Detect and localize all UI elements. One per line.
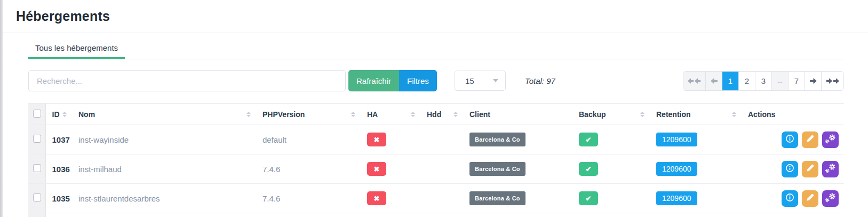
- page-header: Hébergements: [0, 0, 868, 33]
- info-icon: [785, 134, 794, 145]
- chevron-down-icon: [493, 79, 498, 82]
- pencil-icon: [806, 135, 814, 144]
- edit-button[interactable]: [802, 161, 818, 177]
- client-badge: Barcelona & Co: [469, 162, 525, 176]
- column-header-hdd[interactable]: Hdd: [427, 110, 441, 119]
- row-checkbox[interactable]: [33, 164, 41, 172]
- table-row: 1037 inst-wayinside default ✖ Barcelona …: [28, 125, 844, 154]
- toolbar: Rafraîchir Filtres 15 Total: 97 1 2 3 ..…: [28, 70, 844, 91]
- column-header-id[interactable]: ID: [52, 110, 60, 119]
- cell-hdd: [420, 125, 463, 154]
- search-input[interactable]: [28, 70, 346, 91]
- column-header-nom[interactable]: Nom: [78, 110, 95, 119]
- refresh-button[interactable]: Rafraîchir: [348, 70, 399, 91]
- services-button[interactable]: [822, 161, 839, 177]
- page-size-select[interactable]: 15: [455, 71, 506, 91]
- pagination-page-2[interactable]: 2: [739, 72, 755, 90]
- pagination-page-1[interactable]: 1: [722, 72, 739, 90]
- ha-disabled-badge: ✖: [367, 191, 386, 205]
- sort-icon[interactable]: [246, 112, 251, 117]
- page-size-value: 15: [465, 76, 474, 86]
- gears-icon: [825, 134, 836, 146]
- edit-button[interactable]: [802, 131, 818, 148]
- cell-id: 1036: [45, 154, 72, 184]
- check-icon: ✔: [586, 136, 592, 144]
- pagination: 1 2 3 ... 7: [683, 71, 844, 91]
- column-header-actions: Actions: [748, 110, 775, 119]
- check-icon: ✔: [586, 165, 592, 173]
- cell-hdd: [420, 154, 463, 184]
- check-icon: ✔: [586, 195, 592, 203]
- x-icon: ✖: [374, 136, 380, 144]
- retention-badge: 1209600: [656, 191, 697, 205]
- pencil-icon: [806, 164, 814, 174]
- pagination-first-button[interactable]: [683, 72, 706, 90]
- row-checkbox[interactable]: [33, 193, 41, 201]
- pagination-last-button[interactable]: [822, 72, 843, 90]
- retention-badge: 1209600: [656, 162, 697, 176]
- sort-icon[interactable]: [640, 112, 644, 117]
- info-button[interactable]: [782, 190, 798, 207]
- cell-phpversion: 7.4.6: [256, 154, 361, 184]
- pagination-page-7[interactable]: 7: [789, 72, 805, 90]
- column-header-retention[interactable]: Retention: [656, 110, 691, 119]
- table-row: 1036 inst-milhaud 7.4.6 ✖ Barcelona & Co…: [28, 154, 844, 184]
- column-header-backup[interactable]: Backup: [579, 110, 606, 119]
- info-button[interactable]: [782, 161, 798, 177]
- column-header-client: Client: [469, 110, 490, 119]
- pagination-ellipsis: ...: [772, 72, 789, 90]
- gears-icon: [825, 163, 836, 175]
- tab-bar: Tous les hébergements: [28, 37, 844, 59]
- sort-icon[interactable]: [351, 112, 355, 117]
- ha-disabled-badge: ✖: [367, 162, 386, 176]
- table-row: 1035 inst-stlaurentdesarbres 7.4.6 ✖ Bar…: [28, 184, 844, 213]
- x-icon: ✖: [374, 195, 380, 203]
- backup-enabled-badge: ✔: [579, 191, 598, 205]
- info-icon: [785, 193, 794, 204]
- tab-all-hostings[interactable]: Tous les hébergements: [28, 37, 125, 59]
- cell-id: 1037: [45, 125, 72, 154]
- row-checkbox[interactable]: [33, 135, 41, 143]
- table-row-partial: [28, 213, 844, 217]
- column-header-phpversion[interactable]: PHPVersion: [262, 110, 305, 119]
- services-button[interactable]: [822, 131, 839, 148]
- cell-id: 1035: [45, 184, 72, 213]
- column-header-ha[interactable]: HA: [367, 110, 378, 119]
- backup-enabled-badge: ✔: [579, 133, 598, 146]
- info-icon: [785, 164, 794, 174]
- pagination-prev-button[interactable]: [706, 72, 722, 90]
- left-edge-strip: [0, 0, 3, 217]
- retention-badge: 1209600: [656, 133, 697, 146]
- sort-icon[interactable]: [732, 112, 736, 117]
- filters-button[interactable]: Filtres: [399, 70, 437, 91]
- ha-disabled-badge: ✖: [367, 133, 386, 146]
- pencil-icon: [806, 193, 814, 203]
- select-all-checkbox[interactable]: [33, 110, 41, 118]
- cell-hdd: [420, 184, 463, 213]
- sort-icon[interactable]: [453, 112, 458, 117]
- pagination-page-3[interactable]: 3: [755, 72, 772, 90]
- toolbar-button-group: Rafraîchir Filtres: [348, 70, 437, 91]
- table-header-row: ID Nom PHPVersion HA Hdd Client Backup R…: [28, 104, 844, 125]
- services-button[interactable]: [822, 190, 839, 207]
- info-button[interactable]: [782, 131, 798, 148]
- client-badge: Barcelona & Co: [469, 133, 525, 146]
- sort-icon[interactable]: [411, 112, 415, 117]
- cell-phpversion: default: [256, 125, 361, 154]
- client-badge: Barcelona & Co: [469, 191, 525, 205]
- sort-icon[interactable]: [62, 112, 67, 117]
- pagination-next-button[interactable]: [805, 72, 822, 90]
- cell-nom[interactable]: inst-wayinside: [72, 125, 256, 154]
- total-count: Total: 97: [525, 76, 555, 86]
- cell-nom[interactable]: inst-milhaud: [72, 154, 256, 184]
- page-title: Hébergements: [16, 9, 868, 24]
- cell-phpversion: 7.4.6: [256, 184, 361, 213]
- backup-enabled-badge: ✔: [579, 162, 598, 176]
- edit-button[interactable]: [802, 190, 818, 207]
- gears-icon: [825, 192, 836, 205]
- hostings-table: ID Nom PHPVersion HA Hdd Client Backup R…: [28, 103, 844, 217]
- x-icon: ✖: [374, 165, 380, 173]
- cell-nom[interactable]: inst-stlaurentdesarbres: [72, 184, 256, 213]
